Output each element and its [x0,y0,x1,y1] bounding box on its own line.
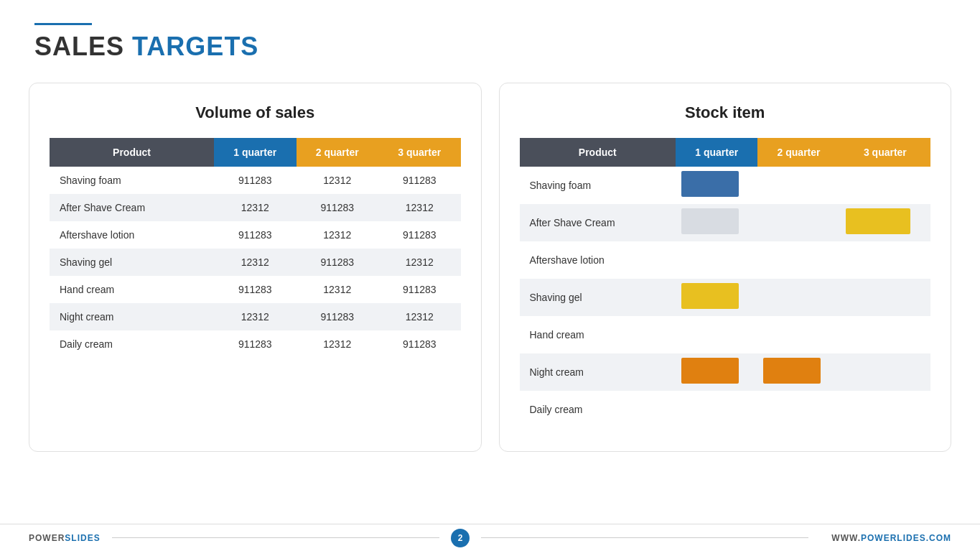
sales-col-q2: 2 quarter [297,138,379,167]
volume-card-title: Volume of sales [50,103,461,122]
table-row: Aftershave lotion 911283 12312 911283 [50,221,461,249]
footer-brand: POWERSLIDES [29,533,101,543]
stock-cell-q1 [676,204,757,241]
sales-col-q3: 3 quarter [378,138,461,167]
stock-cell-q3 [840,279,930,316]
stock-bar [681,171,739,197]
stock-cell-product: Aftershave lotion [520,241,676,279]
stock-cell-product: Shaving gel [520,279,676,316]
table-row: Shaving gel [520,279,931,316]
stock-cell-q3 [840,316,930,353]
title-targets: TARGETS [132,32,258,61]
sales-cell-product: Daily cream [50,330,214,358]
stock-bar [846,208,910,234]
stock-table: Product 1 quarter 2 quarter 3 quarter Sh… [520,138,931,428]
sales-cell-q2: 12312 [297,221,379,249]
stock-cell-product: Shaving foam [520,167,676,204]
sales-col-q1: 1 quarter [214,138,297,167]
table-row: Shaving foam [520,167,931,204]
stock-col-q1: 1 quarter [676,138,757,167]
table-row: Shaving gel 12312 911283 12312 [50,249,461,276]
sales-cell-product: After Shave Cream [50,194,214,221]
stock-col-q3: 3 quarter [840,138,930,167]
page-header: SALES TARGETS [0,0,980,75]
sales-cell-q1: 911283 [214,276,297,303]
stock-cell-q3 [840,353,930,391]
stock-cell-product: After Shave Cream [520,204,676,241]
page-title: SALES TARGETS [34,32,946,61]
sales-cell-product: Shaving foam [50,167,214,194]
sales-cell-q1: 911283 [214,221,297,249]
stock-cell-product: Hand cream [520,316,676,353]
sales-cell-q1: 12312 [214,249,297,276]
sales-cell-q3: 12312 [378,249,461,276]
sales-cell-q1: 12312 [214,303,297,330]
stock-cell-q1 [676,279,757,316]
table-row: Aftershave lotion [520,241,931,279]
stock-bar [681,283,739,309]
stock-cell-q1 [676,241,757,279]
title-sales: SALES [34,32,124,61]
sales-cell-product: Shaving gel [50,249,214,276]
sales-cell-q2: 911283 [297,194,379,221]
sales-cell-q1: 12312 [214,194,297,221]
table-row: Night cream [520,353,931,391]
stock-cell-q2 [757,279,839,316]
stock-bar [681,208,739,234]
stock-cell-q1 [676,316,757,353]
stock-cell-q2 [757,353,839,391]
sales-cell-q1: 911283 [214,167,297,194]
stock-cell-q3 [840,241,930,279]
sales-cell-q3: 12312 [378,194,461,221]
sales-col-product: Product [50,138,214,167]
footer-brand-blue: SLIDES [65,533,100,543]
sales-cell-product: Night cream [50,303,214,330]
stock-cell-q1 [676,353,757,391]
stock-bar [763,358,821,384]
sales-cell-q2: 12312 [297,330,379,358]
table-row: Night cream 12312 911283 12312 [50,303,461,330]
stock-cell-q2 [757,167,839,204]
stock-cell-product: Daily cream [520,391,676,428]
table-row: After Shave Cream 12312 911283 12312 [50,194,461,221]
sales-cell-product: Hand cream [50,276,214,303]
sales-cell-q3: 911283 [378,167,461,194]
stock-cell-q3 [840,204,930,241]
stock-cell-q1 [676,167,757,204]
stock-cell-q3 [840,391,930,428]
table-row: Hand cream [520,316,931,353]
sales-cell-q3: 911283 [378,221,461,249]
table-row: Shaving foam 911283 12312 911283 [50,167,461,194]
sales-cell-q2: 911283 [297,249,379,276]
stock-cell-q1 [676,391,757,428]
stock-cell-q3 [840,167,930,204]
sales-cell-q1: 911283 [214,330,297,358]
sales-cell-product: Aftershave lotion [50,221,214,249]
stock-col-q2: 2 quarter [757,138,839,167]
stock-cell-product: Night cream [520,353,676,391]
footer-url-blue: POWERLIDES.COM [861,533,951,543]
stock-cell-q2 [757,204,839,241]
sales-table: Product 1 quarter 2 quarter 3 quarter Sh… [50,138,461,358]
footer-line-right [481,537,808,538]
sales-cell-q2: 12312 [297,276,379,303]
table-row: Daily cream [520,391,931,428]
stock-bar [681,358,739,384]
header-accent-line [34,23,92,25]
sales-cell-q3: 911283 [378,276,461,303]
footer: POWERSLIDES 2 WWW.POWERLIDES.COM [0,524,980,551]
stock-col-product: Product [520,138,676,167]
table-row: Daily cream 911283 12312 911283 [50,330,461,358]
sales-cell-q3: 12312 [378,303,461,330]
stock-cell-q2 [757,316,839,353]
footer-page-number: 2 [451,529,470,547]
table-row: Hand cream 911283 12312 911283 [50,276,461,303]
stock-cell-q2 [757,241,839,279]
sales-cell-q3: 911283 [378,330,461,358]
footer-url: WWW.POWERLIDES.COM [831,533,951,543]
table-row: After Shave Cream [520,204,931,241]
volume-card: Volume of sales Product 1 quarter 2 quar… [29,83,482,452]
stock-cell-q2 [757,391,839,428]
sales-cell-q2: 12312 [297,167,379,194]
stock-card: Stock item Product 1 quarter 2 quarter 3… [499,83,952,452]
